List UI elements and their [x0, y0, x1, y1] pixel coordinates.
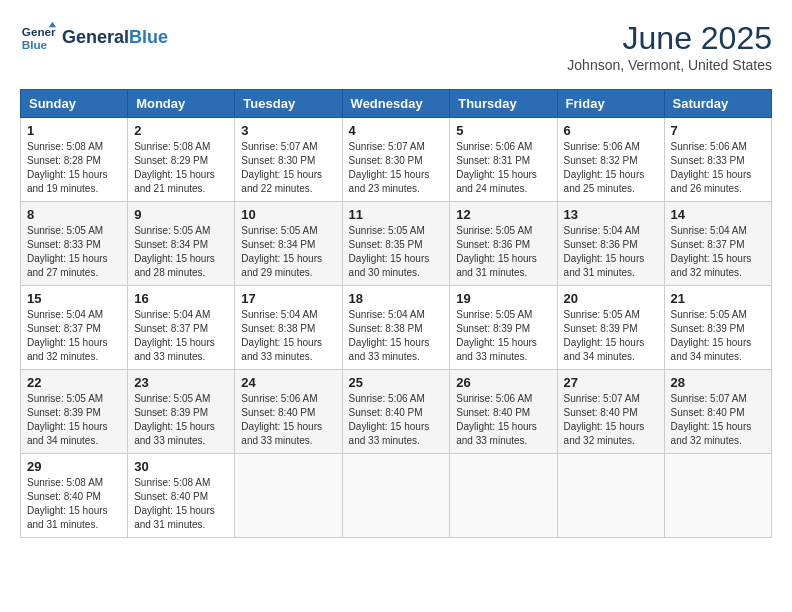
- day-info: Sunrise: 5:05 AMSunset: 8:35 PMDaylight:…: [349, 224, 444, 280]
- table-row: [450, 454, 557, 538]
- table-row: 17Sunrise: 5:04 AMSunset: 8:38 PMDayligh…: [235, 286, 342, 370]
- day-info: Sunrise: 5:04 AMSunset: 8:37 PMDaylight:…: [671, 224, 765, 280]
- day-info: Sunrise: 5:05 AMSunset: 8:39 PMDaylight:…: [456, 308, 550, 364]
- table-row: [342, 454, 450, 538]
- table-row: 2Sunrise: 5:08 AMSunset: 8:29 PMDaylight…: [128, 118, 235, 202]
- table-row: 14Sunrise: 5:04 AMSunset: 8:37 PMDayligh…: [664, 202, 771, 286]
- table-row: 4Sunrise: 5:07 AMSunset: 8:30 PMDaylight…: [342, 118, 450, 202]
- day-info: Sunrise: 5:05 AMSunset: 8:39 PMDaylight:…: [134, 392, 228, 448]
- col-tuesday: Tuesday: [235, 90, 342, 118]
- day-number: 17: [241, 291, 335, 306]
- day-number: 29: [27, 459, 121, 474]
- day-number: 30: [134, 459, 228, 474]
- day-info: Sunrise: 5:07 AMSunset: 8:40 PMDaylight:…: [671, 392, 765, 448]
- day-info: Sunrise: 5:08 AMSunset: 8:40 PMDaylight:…: [27, 476, 121, 532]
- day-number: 15: [27, 291, 121, 306]
- table-row: 19Sunrise: 5:05 AMSunset: 8:39 PMDayligh…: [450, 286, 557, 370]
- day-number: 2: [134, 123, 228, 138]
- day-info: Sunrise: 5:04 AMSunset: 8:37 PMDaylight:…: [134, 308, 228, 364]
- day-number: 7: [671, 123, 765, 138]
- day-info: Sunrise: 5:06 AMSunset: 8:33 PMDaylight:…: [671, 140, 765, 196]
- week-row-3: 15Sunrise: 5:04 AMSunset: 8:37 PMDayligh…: [21, 286, 772, 370]
- table-row: 12Sunrise: 5:05 AMSunset: 8:36 PMDayligh…: [450, 202, 557, 286]
- table-row: 27Sunrise: 5:07 AMSunset: 8:40 PMDayligh…: [557, 370, 664, 454]
- table-row: 7Sunrise: 5:06 AMSunset: 8:33 PMDaylight…: [664, 118, 771, 202]
- table-row: 18Sunrise: 5:04 AMSunset: 8:38 PMDayligh…: [342, 286, 450, 370]
- day-number: 12: [456, 207, 550, 222]
- day-number: 3: [241, 123, 335, 138]
- day-info: Sunrise: 5:08 AMSunset: 8:28 PMDaylight:…: [27, 140, 121, 196]
- day-info: Sunrise: 5:06 AMSunset: 8:31 PMDaylight:…: [456, 140, 550, 196]
- table-row: 24Sunrise: 5:06 AMSunset: 8:40 PMDayligh…: [235, 370, 342, 454]
- day-info: Sunrise: 5:08 AMSunset: 8:40 PMDaylight:…: [134, 476, 228, 532]
- day-number: 4: [349, 123, 444, 138]
- day-info: Sunrise: 5:07 AMSunset: 8:30 PMDaylight:…: [241, 140, 335, 196]
- day-info: Sunrise: 5:08 AMSunset: 8:29 PMDaylight:…: [134, 140, 228, 196]
- week-row-2: 8Sunrise: 5:05 AMSunset: 8:33 PMDaylight…: [21, 202, 772, 286]
- day-info: Sunrise: 5:06 AMSunset: 8:32 PMDaylight:…: [564, 140, 658, 196]
- col-thursday: Thursday: [450, 90, 557, 118]
- table-row: 23Sunrise: 5:05 AMSunset: 8:39 PMDayligh…: [128, 370, 235, 454]
- table-row: 30Sunrise: 5:08 AMSunset: 8:40 PMDayligh…: [128, 454, 235, 538]
- header-row: Sunday Monday Tuesday Wednesday Thursday…: [21, 90, 772, 118]
- calendar-table: Sunday Monday Tuesday Wednesday Thursday…: [20, 89, 772, 538]
- day-info: Sunrise: 5:07 AMSunset: 8:40 PMDaylight:…: [564, 392, 658, 448]
- day-number: 25: [349, 375, 444, 390]
- day-info: Sunrise: 5:05 AMSunset: 8:34 PMDaylight:…: [134, 224, 228, 280]
- day-info: Sunrise: 5:05 AMSunset: 8:39 PMDaylight:…: [671, 308, 765, 364]
- day-number: 16: [134, 291, 228, 306]
- day-info: Sunrise: 5:05 AMSunset: 8:39 PMDaylight:…: [564, 308, 658, 364]
- table-row: 13Sunrise: 5:04 AMSunset: 8:36 PMDayligh…: [557, 202, 664, 286]
- day-info: Sunrise: 5:04 AMSunset: 8:37 PMDaylight:…: [27, 308, 121, 364]
- day-number: 24: [241, 375, 335, 390]
- day-number: 26: [456, 375, 550, 390]
- day-info: Sunrise: 5:05 AMSunset: 8:39 PMDaylight:…: [27, 392, 121, 448]
- calendar-title: June 2025: [567, 20, 772, 57]
- logo-icon: General Blue: [20, 20, 56, 56]
- col-saturday: Saturday: [664, 90, 771, 118]
- day-info: Sunrise: 5:05 AMSunset: 8:33 PMDaylight:…: [27, 224, 121, 280]
- table-row: 5Sunrise: 5:06 AMSunset: 8:31 PMDaylight…: [450, 118, 557, 202]
- logo: General Blue GeneralBlue: [20, 20, 168, 56]
- svg-text:Blue: Blue: [22, 38, 48, 51]
- day-info: Sunrise: 5:04 AMSunset: 8:36 PMDaylight:…: [564, 224, 658, 280]
- day-info: Sunrise: 5:07 AMSunset: 8:30 PMDaylight:…: [349, 140, 444, 196]
- calendar-subtitle: Johnson, Vermont, United States: [567, 57, 772, 73]
- day-number: 27: [564, 375, 658, 390]
- title-block: June 2025 Johnson, Vermont, United State…: [567, 20, 772, 73]
- day-number: 14: [671, 207, 765, 222]
- day-number: 11: [349, 207, 444, 222]
- table-row: 25Sunrise: 5:06 AMSunset: 8:40 PMDayligh…: [342, 370, 450, 454]
- col-friday: Friday: [557, 90, 664, 118]
- day-number: 22: [27, 375, 121, 390]
- table-row: 15Sunrise: 5:04 AMSunset: 8:37 PMDayligh…: [21, 286, 128, 370]
- day-info: Sunrise: 5:04 AMSunset: 8:38 PMDaylight:…: [349, 308, 444, 364]
- day-number: 20: [564, 291, 658, 306]
- table-row: [235, 454, 342, 538]
- table-row: 26Sunrise: 5:06 AMSunset: 8:40 PMDayligh…: [450, 370, 557, 454]
- day-number: 19: [456, 291, 550, 306]
- week-row-4: 22Sunrise: 5:05 AMSunset: 8:39 PMDayligh…: [21, 370, 772, 454]
- week-row-1: 1Sunrise: 5:08 AMSunset: 8:28 PMDaylight…: [21, 118, 772, 202]
- day-number: 18: [349, 291, 444, 306]
- day-number: 8: [27, 207, 121, 222]
- table-row: 21Sunrise: 5:05 AMSunset: 8:39 PMDayligh…: [664, 286, 771, 370]
- table-row: 16Sunrise: 5:04 AMSunset: 8:37 PMDayligh…: [128, 286, 235, 370]
- day-info: Sunrise: 5:04 AMSunset: 8:38 PMDaylight:…: [241, 308, 335, 364]
- table-row: [557, 454, 664, 538]
- table-row: 9Sunrise: 5:05 AMSunset: 8:34 PMDaylight…: [128, 202, 235, 286]
- col-monday: Monday: [128, 90, 235, 118]
- week-row-5: 29Sunrise: 5:08 AMSunset: 8:40 PMDayligh…: [21, 454, 772, 538]
- table-row: 3Sunrise: 5:07 AMSunset: 8:30 PMDaylight…: [235, 118, 342, 202]
- col-sunday: Sunday: [21, 90, 128, 118]
- day-number: 6: [564, 123, 658, 138]
- day-number: 1: [27, 123, 121, 138]
- page-header: General Blue GeneralBlue June 2025 Johns…: [20, 20, 772, 73]
- table-row: 20Sunrise: 5:05 AMSunset: 8:39 PMDayligh…: [557, 286, 664, 370]
- day-number: 10: [241, 207, 335, 222]
- table-row: 10Sunrise: 5:05 AMSunset: 8:34 PMDayligh…: [235, 202, 342, 286]
- table-row: [664, 454, 771, 538]
- day-info: Sunrise: 5:06 AMSunset: 8:40 PMDaylight:…: [456, 392, 550, 448]
- day-number: 21: [671, 291, 765, 306]
- day-info: Sunrise: 5:05 AMSunset: 8:36 PMDaylight:…: [456, 224, 550, 280]
